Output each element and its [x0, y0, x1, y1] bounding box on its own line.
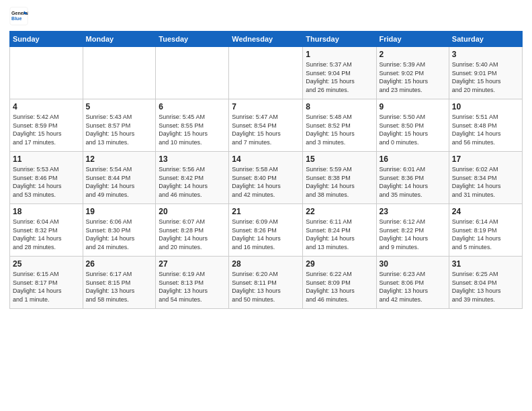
day-info: Sunrise: 6:25 AM Sunset: 8:04 PM Dayligh… [452, 270, 519, 304]
calendar-cell-w3d3: 21Sunrise: 6:09 AM Sunset: 8:26 PM Dayli… [229, 204, 303, 257]
day-info: Sunrise: 5:54 AM Sunset: 8:44 PM Dayligh… [86, 165, 153, 199]
calendar-cell-w3d5: 23Sunrise: 6:12 AM Sunset: 8:22 PM Dayli… [376, 204, 449, 257]
calendar-cell-w4d1: 26Sunrise: 6:17 AM Sunset: 8:15 PM Dayli… [83, 257, 156, 309]
calendar-cell-w0d0 [10, 47, 83, 99]
day-number: 8 [306, 102, 373, 111]
calendar-cell-w2d5: 16Sunrise: 6:01 AM Sunset: 8:36 PM Dayli… [376, 152, 449, 204]
day-number: 12 [86, 154, 153, 164]
day-info: Sunrise: 5:43 AM Sunset: 8:57 PM Dayligh… [86, 113, 153, 146]
day-number: 29 [306, 259, 373, 269]
day-info: Sunrise: 6:04 AM Sunset: 8:32 PM Dayligh… [13, 218, 80, 251]
day-number: 10 [452, 102, 519, 111]
day-info: Sunrise: 5:51 AM Sunset: 8:48 PM Dayligh… [452, 113, 519, 146]
calendar-cell-w0d5: 2Sunrise: 5:39 AM Sunset: 9:02 PM Daylig… [376, 47, 449, 99]
calendar-cell-w0d2 [156, 47, 229, 99]
weekday-header-monday: Monday [83, 32, 156, 47]
calendar-cell-w1d6: 10Sunrise: 5:51 AM Sunset: 8:48 PM Dayli… [449, 99, 522, 152]
calendar-cell-w1d3: 7Sunrise: 5:47 AM Sunset: 8:54 PM Daylig… [229, 99, 303, 152]
day-number: 13 [159, 154, 226, 164]
weekday-header-friday: Friday [376, 32, 449, 47]
day-info: Sunrise: 5:42 AM Sunset: 8:59 PM Dayligh… [13, 113, 80, 146]
day-number: 19 [86, 207, 153, 216]
day-info: Sunrise: 5:58 AM Sunset: 8:40 PM Dayligh… [232, 165, 300, 199]
day-number: 3 [452, 50, 519, 59]
day-info: Sunrise: 5:47 AM Sunset: 8:54 PM Dayligh… [232, 113, 300, 146]
day-number: 7 [232, 102, 300, 111]
day-number: 16 [380, 154, 446, 164]
calendar-cell-w3d2: 20Sunrise: 6:07 AM Sunset: 8:28 PM Dayli… [156, 204, 229, 257]
logo: General Blue [9, 7, 28, 26]
calendar-cell-w3d1: 19Sunrise: 6:06 AM Sunset: 8:30 PM Dayli… [83, 204, 156, 257]
day-number: 4 [13, 102, 80, 111]
day-info: Sunrise: 6:06 AM Sunset: 8:30 PM Dayligh… [86, 218, 153, 251]
day-info: Sunrise: 6:20 AM Sunset: 8:11 PM Dayligh… [232, 270, 300, 304]
day-number: 14 [232, 154, 300, 164]
calendar-cell-w1d4: 8Sunrise: 5:48 AM Sunset: 8:52 PM Daylig… [303, 99, 376, 152]
calendar-cell-w0d4: 1Sunrise: 5:37 AM Sunset: 9:04 PM Daylig… [303, 47, 376, 99]
day-number: 2 [380, 50, 446, 59]
calendar-cell-w3d0: 18Sunrise: 6:04 AM Sunset: 8:32 PM Dayli… [10, 204, 83, 257]
day-number: 25 [13, 259, 80, 269]
day-info: Sunrise: 6:12 AM Sunset: 8:22 PM Dayligh… [380, 218, 446, 251]
calendar-cell-w2d2: 13Sunrise: 5:56 AM Sunset: 8:42 PM Dayli… [156, 152, 229, 204]
day-info: Sunrise: 5:48 AM Sunset: 8:52 PM Dayligh… [306, 113, 373, 146]
calendar-cell-w4d3: 28Sunrise: 6:20 AM Sunset: 8:11 PM Dayli… [229, 257, 303, 309]
svg-text:Blue: Blue [11, 16, 21, 21]
day-number: 28 [232, 259, 300, 269]
calendar-cell-w0d1 [83, 47, 156, 99]
calendar-cell-w1d5: 9Sunrise: 5:50 AM Sunset: 8:50 PM Daylig… [376, 99, 449, 152]
logo-icon: General Blue [9, 7, 28, 26]
day-number: 9 [380, 102, 446, 111]
calendar-cell-w2d1: 12Sunrise: 5:54 AM Sunset: 8:44 PM Dayli… [83, 152, 156, 204]
day-number: 26 [86, 259, 153, 269]
day-number: 1 [306, 50, 373, 59]
day-info: Sunrise: 6:17 AM Sunset: 8:15 PM Dayligh… [86, 270, 153, 304]
day-number: 23 [380, 207, 446, 216]
day-info: Sunrise: 6:15 AM Sunset: 8:17 PM Dayligh… [13, 270, 80, 304]
weekday-header-tuesday: Tuesday [156, 32, 229, 47]
day-info: Sunrise: 5:39 AM Sunset: 9:02 PM Dayligh… [380, 60, 446, 94]
calendar-cell-w1d1: 5Sunrise: 5:43 AM Sunset: 8:57 PM Daylig… [83, 99, 156, 152]
day-info: Sunrise: 5:45 AM Sunset: 8:55 PM Dayligh… [159, 113, 226, 146]
day-info: Sunrise: 6:02 AM Sunset: 8:34 PM Dayligh… [452, 165, 519, 199]
day-info: Sunrise: 6:11 AM Sunset: 8:24 PM Dayligh… [306, 218, 373, 251]
day-number: 5 [86, 102, 153, 111]
day-info: Sunrise: 6:01 AM Sunset: 8:36 PM Dayligh… [380, 165, 446, 199]
day-info: Sunrise: 5:40 AM Sunset: 9:01 PM Dayligh… [452, 60, 519, 94]
day-info: Sunrise: 6:07 AM Sunset: 8:28 PM Dayligh… [159, 218, 226, 251]
calendar-cell-w1d2: 6Sunrise: 5:45 AM Sunset: 8:55 PM Daylig… [156, 99, 229, 152]
calendar-cell-w0d6: 3Sunrise: 5:40 AM Sunset: 9:01 PM Daylig… [449, 47, 522, 99]
calendar-cell-w2d4: 15Sunrise: 5:59 AM Sunset: 8:38 PM Dayli… [303, 152, 376, 204]
day-number: 22 [306, 207, 373, 216]
weekday-header-saturday: Saturday [449, 32, 522, 47]
calendar-table: SundayMondayTuesdayWednesdayThursdayFrid… [9, 31, 523, 309]
day-number: 27 [159, 259, 226, 269]
calendar-cell-w4d0: 25Sunrise: 6:15 AM Sunset: 8:17 PM Dayli… [10, 257, 83, 309]
page-header: General Blue [9, 7, 523, 26]
calendar-cell-w4d4: 29Sunrise: 6:22 AM Sunset: 8:09 PM Dayli… [303, 257, 376, 309]
day-number: 21 [232, 207, 300, 216]
day-info: Sunrise: 5:56 AM Sunset: 8:42 PM Dayligh… [159, 165, 226, 199]
day-number: 30 [380, 259, 446, 269]
day-info: Sunrise: 6:22 AM Sunset: 8:09 PM Dayligh… [306, 270, 373, 304]
calendar-cell-w2d6: 17Sunrise: 6:02 AM Sunset: 8:34 PM Dayli… [449, 152, 522, 204]
calendar-cell-w4d5: 30Sunrise: 6:23 AM Sunset: 8:06 PM Dayli… [376, 257, 449, 309]
day-number: 18 [13, 207, 80, 216]
calendar-cell-w1d0: 4Sunrise: 5:42 AM Sunset: 8:59 PM Daylig… [10, 99, 83, 152]
day-info: Sunrise: 6:19 AM Sunset: 8:13 PM Dayligh… [159, 270, 226, 304]
calendar-cell-w2d0: 11Sunrise: 5:53 AM Sunset: 8:46 PM Dayli… [10, 152, 83, 204]
day-number: 24 [452, 207, 519, 216]
weekday-header-sunday: Sunday [10, 32, 83, 47]
calendar-cell-w2d3: 14Sunrise: 5:58 AM Sunset: 8:40 PM Dayli… [229, 152, 303, 204]
day-info: Sunrise: 6:09 AM Sunset: 8:26 PM Dayligh… [232, 218, 300, 251]
calendar-cell-w3d4: 22Sunrise: 6:11 AM Sunset: 8:24 PM Dayli… [303, 204, 376, 257]
day-number: 11 [13, 154, 80, 164]
day-info: Sunrise: 5:53 AM Sunset: 8:46 PM Dayligh… [13, 165, 80, 199]
day-info: Sunrise: 5:37 AM Sunset: 9:04 PM Dayligh… [306, 60, 373, 94]
day-number: 6 [159, 102, 226, 111]
calendar-cell-w4d2: 27Sunrise: 6:19 AM Sunset: 8:13 PM Dayli… [156, 257, 229, 309]
day-info: Sunrise: 5:50 AM Sunset: 8:50 PM Dayligh… [380, 113, 446, 146]
day-info: Sunrise: 6:14 AM Sunset: 8:19 PM Dayligh… [452, 218, 519, 251]
day-number: 31 [452, 259, 519, 269]
day-number: 20 [159, 207, 226, 216]
